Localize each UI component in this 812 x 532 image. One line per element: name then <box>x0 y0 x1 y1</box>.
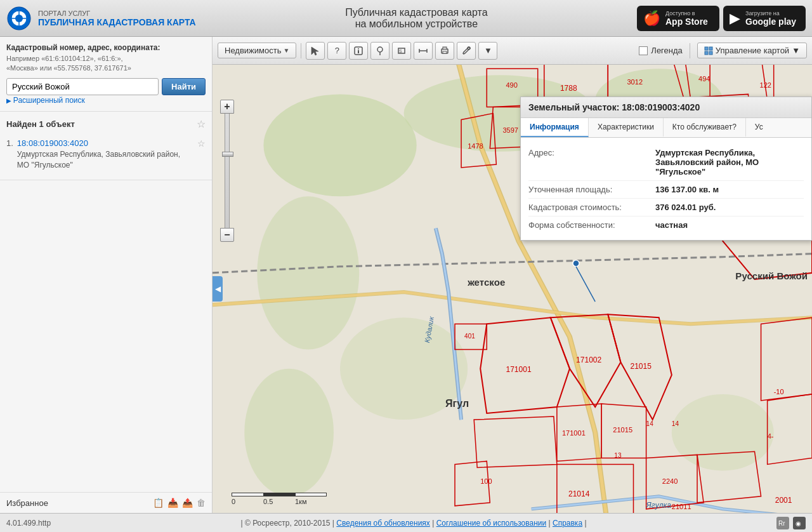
svg-text:-10: -10 <box>774 388 784 396</box>
favorites-export-icon[interactable]: 📋 <box>153 498 164 508</box>
svg-text:100: 100 <box>480 477 492 485</box>
map-canvas[interactable]: 490 1788 3012 494 122 3597 5218 3722 301… <box>213 65 812 513</box>
result-address: Удмуртская Республика, Завьяловский райо… <box>17 149 193 171</box>
svg-point-28 <box>257 196 359 349</box>
manage-map-btn[interactable]: Управление картой ▼ <box>697 43 807 58</box>
info-icon <box>353 46 363 56</box>
svg-text:14: 14 <box>672 420 679 427</box>
main-layout: Кадастровый номер, адрес, координата: На… <box>0 37 812 513</box>
footer-icon-1: Rr <box>776 517 789 529</box>
footer-updates-link[interactable]: Сведения об обновлениях <box>336 519 430 528</box>
map-toolbar: Недвижимость ▼ ? <box>213 37 812 65</box>
pointer-btn[interactable] <box>370 42 390 60</box>
results-favorite-icon[interactable]: ☆ <box>197 118 206 130</box>
dropdown-extra-btn[interactable]: ▼ <box>478 42 497 60</box>
svg-marker-5 <box>311 47 318 55</box>
print-btn[interactable] <box>435 42 454 60</box>
question-icon: ? <box>335 46 339 55</box>
measure-distance-btn[interactable] <box>414 42 433 60</box>
manage-map-arrow: ▼ <box>792 46 800 55</box>
advanced-search-link[interactable]: Расширенный поиск <box>6 96 85 105</box>
appstore-badge[interactable]: 🍎 Доступно в App Store <box>637 6 719 31</box>
more-arrow-icon: ▼ <box>484 46 492 55</box>
legend-btn[interactable]: Легенда <box>639 46 682 55</box>
info-tab-information[interactable]: Информация <box>521 118 589 137</box>
svg-text:4-: 4- <box>768 432 774 440</box>
zoom-out-btn[interactable]: − <box>220 228 234 242</box>
apple-icon: 🍎 <box>643 10 660 27</box>
scale-label-0: 0 <box>232 498 263 505</box>
footer-center: | © Росреестр, 2010-2015 | Сведения об о… <box>56 519 771 528</box>
favorites-import-icon[interactable]: 📥 <box>167 498 178 508</box>
info-label-cost: Кадастровая стоимость: <box>528 203 655 212</box>
info-value-ownership: частная <box>655 220 804 230</box>
favorites-share-icon[interactable]: 📤 <box>182 498 193 508</box>
svg-text:21014: 21014 <box>568 489 590 498</box>
footer-help-link[interactable]: Справка <box>553 519 582 528</box>
layers-icon <box>704 46 713 55</box>
svg-text:494: 494 <box>698 75 710 83</box>
info-tab-service[interactable]: Кто обслуживает? <box>664 118 746 137</box>
svg-text:Ягул: Ягул <box>445 397 469 409</box>
portal-logo-icon <box>6 6 32 31</box>
info-tab-characteristics[interactable]: Характеристики <box>589 118 664 137</box>
search-input[interactable] <box>6 78 159 95</box>
pointer-icon <box>375 46 385 56</box>
svg-text:14: 14 <box>646 420 654 427</box>
favorites-actions: 📋 📥 📤 🗑 <box>153 498 206 508</box>
panel-collapse-btn[interactable]: ◀ <box>213 276 223 302</box>
favorites-section: Избранное 📋 📥 📤 🗑 <box>0 492 212 513</box>
svg-point-19 <box>468 47 470 50</box>
scale-label-half: 0.5 <box>263 498 295 505</box>
info-label-ownership: Форма собственности: <box>528 220 655 230</box>
settings-btn[interactable] <box>457 42 476 60</box>
map-area[interactable]: Недвижимость ▼ ? <box>213 37 812 513</box>
info-row-address: Адрес: Удмуртская Республика, Завьяловск… <box>528 144 804 181</box>
svg-text:171001: 171001 <box>562 429 586 437</box>
portal-bottom-label: ПУБЛИЧНАЯ КАДАСТРОВАЯ КАРТА <box>38 17 196 27</box>
svg-text:122: 122 <box>760 81 771 89</box>
result-item: 1. 18:08:019003:4020 Удмуртская Республи… <box>6 135 206 174</box>
svg-point-92 <box>573 260 579 267</box>
googleplay-badge[interactable]: ▶ Загрузите на Google play <box>723 6 806 31</box>
scale-segment-black <box>263 493 295 496</box>
info-row-area: Уточненная площадь: 136 137.00 кв. м <box>528 181 804 199</box>
search-hint: Например «61:6:10104:12», «61:6:»,«Москв… <box>6 54 206 74</box>
result-cadastral-link[interactable]: 18:08:019003:4020 <box>17 138 88 148</box>
info-btn[interactable] <box>349 42 368 60</box>
svg-text:2001: 2001 <box>775 496 792 505</box>
info-tab-more[interactable]: Ус <box>746 118 772 137</box>
legend-checkbox <box>639 46 648 55</box>
area-icon: S <box>396 46 407 56</box>
svg-text:401: 401 <box>464 333 475 340</box>
search-button[interactable]: Найти <box>162 78 206 95</box>
zoom-slider-thumb[interactable] <box>222 152 233 157</box>
info-label-address: Адрес: <box>528 148 655 157</box>
zoom-slider-track[interactable] <box>225 114 230 228</box>
measure-area-btn[interactable]: S <box>392 42 411 60</box>
header-right: 🍎 Доступно в App Store ▶ Загрузите на Go… <box>637 6 806 31</box>
svg-text:S: S <box>399 49 402 53</box>
legend-label: Легенда <box>651 46 682 55</box>
footer-agreement-link[interactable]: Соглашение об использовании <box>436 519 547 528</box>
scale-bar: 0 0.5 1км <box>232 493 327 505</box>
toolbar-right: Легенда Управление картой ▼ <box>639 43 807 58</box>
wrench-icon <box>461 46 471 56</box>
svg-text:171002: 171002 <box>576 356 601 364</box>
favorites-delete-icon[interactable]: 🗑 <box>197 498 206 508</box>
header: ПОРТАЛ УСЛУГ ПУБЛИЧНАЯ КАДАСТРОВАЯ КАРТА… <box>0 0 812 37</box>
dropdown-arrow-icon: ▼ <box>283 47 289 54</box>
svg-text:2240: 2240 <box>662 477 678 485</box>
print-icon <box>440 46 450 56</box>
property-type-dropdown[interactable]: Недвижимость ▼ <box>218 43 296 58</box>
search-label: Кадастровый номер, адрес, координата: <box>6 43 206 52</box>
header-title: Публичная кадастровая карта на мобильном… <box>196 7 637 30</box>
svg-text:21011: 21011 <box>672 503 691 510</box>
result-content: 18:08:019003:4020 Удмуртская Республика,… <box>17 138 193 171</box>
search-section: Кадастровый номер, адрес, координата: На… <box>0 37 212 112</box>
help-btn[interactable]: ? <box>327 42 346 60</box>
result-pin-icon[interactable]: ☆ <box>197 138 206 149</box>
cursor-tool-btn[interactable] <box>306 42 325 60</box>
zoom-controls: + − <box>220 100 234 242</box>
zoom-in-btn[interactable]: + <box>220 100 234 114</box>
